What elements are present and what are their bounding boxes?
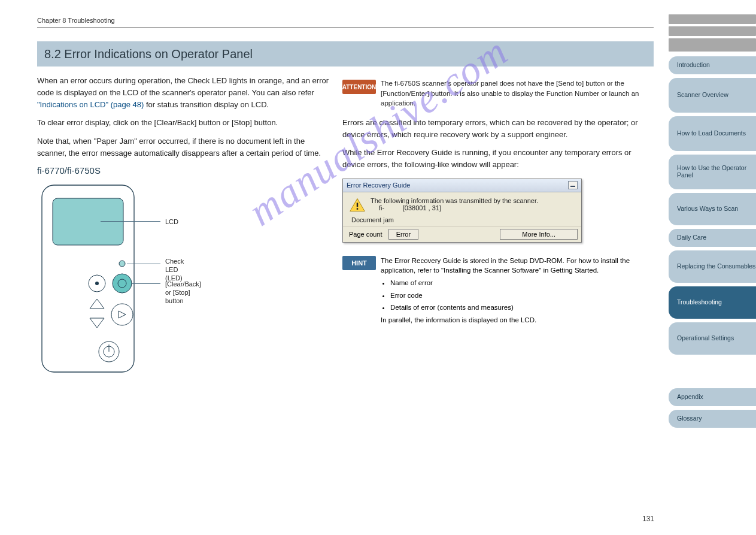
svg-rect-1 <box>53 198 123 245</box>
left-paragraph-3: Note that, when "Paper Jam" error occurr… <box>37 135 330 159</box>
svg-point-5 <box>113 274 132 293</box>
hint-badge: HINT <box>342 256 376 270</box>
label-check-led-a: Check LED <box>165 258 184 273</box>
operator-panel-illustration: LCD Check LED (LED) [Clear/Back] or [Sto… <box>37 184 163 376</box>
dialog-error-name: Document jam <box>351 216 575 223</box>
more-info-button[interactable]: More Info... <box>500 229 578 240</box>
label-stop-button: [Clear/Back] or [Stop] button <box>165 280 201 306</box>
hint-bullet: Error code <box>390 291 654 301</box>
attention-badge: ATTENTION <box>342 80 376 94</box>
dialog-titlebar: Error Recovery Guide <box>343 179 581 192</box>
sidebar-item-appendix[interactable]: Appendix <box>669 388 756 406</box>
dialog-footer: Page count Error More Info... <box>343 226 581 242</box>
page-number: 131 <box>642 515 654 523</box>
sidebar-item-operator-panel[interactable]: How to Use the Operator Panel <box>669 155 756 189</box>
left-paragraph-2: To clear error display, click on the [Cl… <box>37 117 330 129</box>
attention-callout: ATTENTION The fi-6750S scanner's operato… <box>342 78 654 108</box>
attention-text: The fi-6750S scanner's operator panel do… <box>381 78 654 108</box>
page-content: Chapter 8 Troubleshooting 8.2 Error Indi… <box>37 14 654 376</box>
sidebar-contents-link[interactable] <box>669 26 756 36</box>
error-recovery-dialog: Error Recovery Guide The following infor… <box>342 179 582 243</box>
section-title: 8.2 Error Indications on Operator Panel <box>37 41 654 67</box>
sidebar-item-consumables[interactable]: Replacing the Consumables <box>669 250 756 283</box>
sidebar-item-ways-to-scan[interactable]: Various Ways to Scan <box>669 193 756 225</box>
leader-lcd <box>101 221 160 222</box>
leader-led <box>127 264 160 264</box>
left-p1a-text: When an error occurs during operation, t… <box>37 76 329 97</box>
sidebar-item-glossary[interactable]: Glossary <box>669 410 756 428</box>
sidebar-item-operational-settings[interactable]: Operational Settings <box>669 322 756 355</box>
leader-stop <box>132 283 160 284</box>
sidebar-top-link[interactable] <box>669 14 756 24</box>
label-check-led: Check LED (LED) <box>165 257 184 283</box>
hint-bullets: Name of error Error code Details of erro… <box>381 278 654 313</box>
dialog-device: fi- <box>379 204 384 211</box>
sidebar-item-troubleshooting[interactable]: Troubleshooting <box>669 286 756 319</box>
left-p1b-text: for status transition display on LCD. <box>146 100 269 109</box>
svg-rect-11 <box>357 208 358 210</box>
sidebar-item-load-documents[interactable]: How to Load Documents <box>669 116 756 151</box>
minimize-icon[interactable] <box>568 181 578 189</box>
breadcrumb: Chapter 8 Troubleshooting <box>37 17 115 24</box>
left-paragraph-1: When an error occurs during operation, t… <box>37 75 330 111</box>
content-columns: When an error occurs during operation, t… <box>37 75 654 376</box>
warning-icon <box>349 197 366 213</box>
header-rule <box>37 28 654 28</box>
hint-bullet: Details of error (contents and measures) <box>390 303 654 313</box>
sidebar-item-daily-care[interactable]: Daily Care <box>669 229 756 247</box>
sidebar-top-block <box>669 14 756 52</box>
sidebar-item-scanner-overview[interactable]: Scanner Overview <box>669 78 756 113</box>
error-button[interactable]: Error <box>388 229 418 240</box>
dialog-body: The following information was transmitte… <box>343 192 581 226</box>
sidebar-index-link[interactable] <box>669 38 756 52</box>
right-paragraph-2: While the Error Recovery Guide is runnin… <box>342 147 654 171</box>
label-lcd: LCD <box>165 217 178 226</box>
dialog-title-text: Error Recovery Guide <box>347 182 410 189</box>
link-lcd-indications[interactable]: "Indications on LCD" (page 48) <box>37 100 144 109</box>
sidebar-item-introduction[interactable]: Introduction <box>669 56 756 74</box>
page-count-label: Page count <box>349 231 382 238</box>
right-paragraph-1: Errors are classified into temporary err… <box>342 117 654 141</box>
dialog-message-block: The following information was transmitte… <box>371 197 538 211</box>
svg-point-2 <box>119 261 125 267</box>
hint-text: The Error Recovery Guide is stored in th… <box>381 256 654 325</box>
dialog-device-row: fi- [038001 , 31] <box>379 204 538 211</box>
hint-intro: The Error Recovery Guide is stored in th… <box>381 256 654 276</box>
hint-callout: HINT The Error Recovery Guide is stored … <box>342 256 654 325</box>
dialog-message: The following information was transmitte… <box>371 197 538 204</box>
dialog-code: [038001 , 31] <box>403 204 441 211</box>
side-nav: Introduction Scanner Overview How to Loa… <box>669 14 756 431</box>
right-column: ATTENTION The fi-6750S scanner's operato… <box>342 75 654 376</box>
left-column: When an error occurs during operation, t… <box>37 75 342 376</box>
svg-rect-10 <box>357 202 358 207</box>
hint-bullet: Name of error <box>390 278 654 288</box>
hint-tail: In parallel, the information is displaye… <box>381 315 654 325</box>
device-subhead: fi-6770/fi-6750S <box>37 165 330 176</box>
svg-point-4 <box>95 282 99 285</box>
sidebar-gap <box>669 358 756 388</box>
